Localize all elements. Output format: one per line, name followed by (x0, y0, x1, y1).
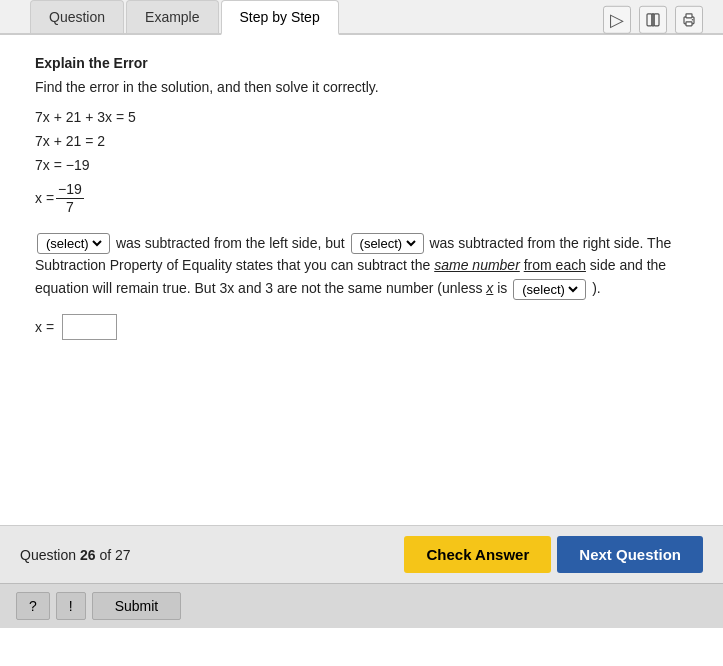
select3-container[interactable]: (select) 0 1 2 3 (513, 279, 586, 300)
footer-buttons: Check Answer Next Question (404, 536, 703, 573)
select2-dropdown[interactable]: (select) 3x 3 21 7x (356, 235, 419, 252)
help-button[interactable]: ? (16, 592, 50, 620)
explanation-paragraph: (select) 3x 3 21 7x was subtracted from … (35, 232, 688, 300)
math-fraction-line: x = −19 7 (35, 181, 688, 216)
svg-rect-8 (686, 13, 692, 17)
instruction-text: Find the error in the solution, and then… (35, 79, 688, 95)
math-line-3: 7x = −19 (35, 157, 688, 173)
footer-bar: Question 26 of 27 Check Answer Next Ques… (0, 525, 723, 583)
select1-dropdown[interactable]: (select) 3x 3 21 7x (42, 235, 105, 252)
book-icon[interactable] (639, 5, 667, 33)
svg-rect-1 (654, 13, 659, 25)
select1-container[interactable]: (select) 3x 3 21 7x (37, 233, 110, 254)
tab-bar: Question Example Step by Step ▷ (0, 0, 723, 35)
math-line-1: 7x + 21 + 3x = 5 (35, 109, 688, 125)
flag-button[interactable]: ! (56, 592, 86, 620)
next-question-button[interactable]: Next Question (557, 536, 703, 573)
tab-example[interactable]: Example (126, 0, 218, 33)
section-title: Explain the Error (35, 55, 688, 71)
svg-point-9 (692, 19, 694, 21)
fraction-denominator: 7 (64, 199, 76, 216)
tab-step-by-step[interactable]: Step by Step (221, 0, 339, 35)
explanation-text-3: ). (592, 280, 601, 296)
answer-row: x = (35, 314, 688, 340)
question-number: 26 (80, 547, 96, 563)
check-answer-button[interactable]: Check Answer (404, 536, 551, 573)
select3-dropdown[interactable]: (select) 0 1 2 3 (518, 281, 581, 298)
submit-button[interactable]: Submit (92, 592, 182, 620)
math-line-2: 7x + 21 = 2 (35, 133, 688, 149)
fraction-value: −19 7 (56, 181, 84, 216)
answer-input[interactable] (62, 314, 117, 340)
tab-question[interactable]: Question (30, 0, 124, 33)
svg-rect-7 (686, 21, 692, 25)
explanation-text-1: was subtracted from the left side, but (116, 235, 349, 251)
fraction-x-label: x = (35, 190, 54, 206)
print-icon[interactable] (675, 5, 703, 33)
bottom-toolbar: ? ! Submit (0, 583, 723, 628)
question-total: 27 (115, 547, 131, 563)
question-counter: Question 26 of 27 (20, 547, 131, 563)
svg-rect-0 (647, 13, 652, 25)
select2-container[interactable]: (select) 3x 3 21 7x (351, 233, 424, 254)
fraction-numerator: −19 (56, 181, 84, 199)
answer-label: x = (35, 319, 54, 335)
toolbar-icons: ▷ (603, 5, 703, 33)
play-icon[interactable]: ▷ (603, 5, 631, 33)
main-content: Explain the Error Find the error in the … (0, 35, 723, 525)
